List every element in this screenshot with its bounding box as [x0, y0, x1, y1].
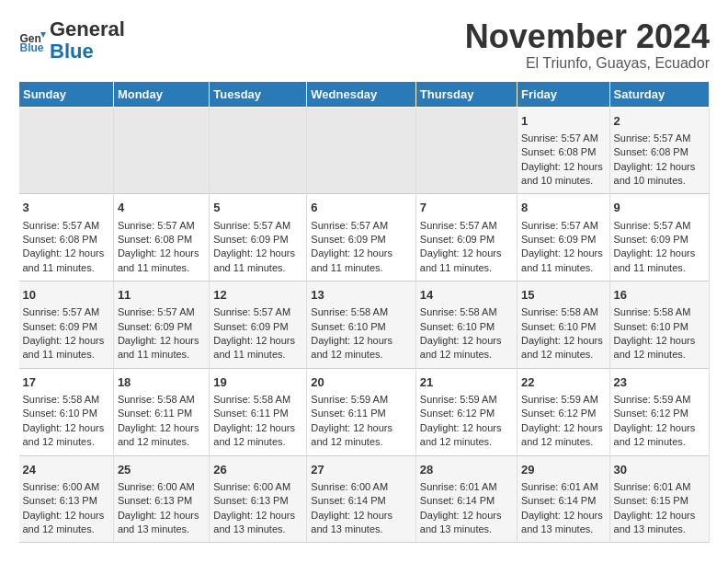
- day-info: Sunrise: 5:57 AMSunset: 6:08 PMDaylight:…: [521, 132, 603, 186]
- day-info: Sunrise: 5:58 AMSunset: 6:10 PMDaylight:…: [521, 306, 603, 360]
- calendar-cell: [415, 107, 517, 194]
- day-number: 19: [213, 374, 302, 391]
- day-number: 30: [614, 462, 705, 478]
- calendar-cell: 16Sunrise: 5:58 AMSunset: 6:10 PMDayligh…: [609, 282, 709, 369]
- calendar-cell: 30Sunrise: 6:01 AMSunset: 6:15 PMDayligh…: [609, 455, 709, 543]
- day-info: Sunrise: 6:00 AMSunset: 6:13 PMDaylight:…: [23, 481, 105, 534]
- day-number: 12: [213, 287, 302, 304]
- day-info: Sunrise: 5:57 AMSunset: 6:09 PMDaylight:…: [614, 220, 696, 273]
- day-info: Sunrise: 5:57 AMSunset: 6:09 PMDaylight:…: [23, 306, 105, 360]
- day-number: 5: [213, 200, 302, 216]
- weekday-header-row: SundayMondayTuesdayWednesdayThursdayFrid…: [19, 81, 710, 107]
- calendar-cell: 6Sunrise: 5:57 AMSunset: 6:09 PMDaylight…: [307, 194, 416, 282]
- day-number: 27: [311, 462, 412, 478]
- calendar-cell: 23Sunrise: 5:59 AMSunset: 6:12 PMDayligh…: [609, 368, 709, 455]
- day-number: 1: [521, 113, 606, 130]
- calendar-week-row: 17Sunrise: 5:58 AMSunset: 6:10 PMDayligh…: [19, 368, 710, 455]
- calendar-cell: 28Sunrise: 6:01 AMSunset: 6:14 PMDayligh…: [415, 455, 517, 543]
- day-info: Sunrise: 6:00 AMSunset: 6:13 PMDaylight:…: [213, 481, 295, 534]
- calendar-cell: 9Sunrise: 5:57 AMSunset: 6:09 PMDaylight…: [609, 194, 709, 282]
- day-info: Sunrise: 5:57 AMSunset: 6:09 PMDaylight:…: [213, 306, 295, 360]
- calendar-week-row: 24Sunrise: 6:00 AMSunset: 6:13 PMDayligh…: [19, 455, 710, 543]
- weekday-header-tuesday: Tuesday: [210, 81, 307, 107]
- weekday-header-sunday: Sunday: [19, 81, 114, 107]
- location-subtitle: El Triunfo, Guayas, Ecuador: [465, 55, 710, 72]
- calendar-cell: 15Sunrise: 5:58 AMSunset: 6:10 PMDayligh…: [518, 282, 610, 369]
- calendar-cell: 18Sunrise: 5:58 AMSunset: 6:11 PMDayligh…: [113, 368, 209, 455]
- day-number: 23: [614, 374, 705, 391]
- day-number: 8: [521, 200, 606, 216]
- day-number: 28: [420, 462, 513, 478]
- day-info: Sunrise: 5:57 AMSunset: 6:09 PMDaylight:…: [118, 306, 199, 360]
- day-number: 17: [23, 374, 109, 391]
- calendar-cell: 2Sunrise: 5:57 AMSunset: 6:08 PMDaylight…: [609, 107, 709, 194]
- logo-icon: Gen Blue: [18, 27, 46, 54]
- calendar-cell: [307, 107, 416, 194]
- day-info: Sunrise: 6:00 AMSunset: 6:14 PMDaylight:…: [311, 481, 392, 534]
- day-number: 25: [118, 462, 205, 478]
- calendar-table: SundayMondayTuesdayWednesdayThursdayFrid…: [18, 81, 710, 544]
- calendar-cell: 8Sunrise: 5:57 AMSunset: 6:09 PMDaylight…: [518, 194, 610, 282]
- month-title: November 2024: [465, 18, 710, 55]
- day-number: 18: [118, 374, 205, 391]
- day-info: Sunrise: 5:59 AMSunset: 6:12 PMDaylight:…: [420, 394, 502, 447]
- calendar-cell: 29Sunrise: 6:01 AMSunset: 6:14 PMDayligh…: [518, 455, 610, 543]
- day-info: Sunrise: 6:00 AMSunset: 6:13 PMDaylight:…: [118, 481, 199, 534]
- day-info: Sunrise: 5:58 AMSunset: 6:10 PMDaylight:…: [311, 306, 392, 360]
- svg-marker-2: [40, 32, 46, 38]
- day-number: 9: [614, 200, 705, 216]
- svg-text:Blue: Blue: [20, 41, 44, 54]
- calendar-week-row: 10Sunrise: 5:57 AMSunset: 6:09 PMDayligh…: [19, 282, 710, 369]
- calendar-cell: 13Sunrise: 5:58 AMSunset: 6:10 PMDayligh…: [307, 282, 416, 369]
- calendar-cell: 24Sunrise: 6:00 AMSunset: 6:13 PMDayligh…: [19, 455, 114, 543]
- calendar-cell: 19Sunrise: 5:58 AMSunset: 6:11 PMDayligh…: [210, 368, 307, 455]
- day-info: Sunrise: 5:57 AMSunset: 6:08 PMDaylight:…: [23, 220, 105, 273]
- calendar-cell: 11Sunrise: 5:57 AMSunset: 6:09 PMDayligh…: [113, 282, 209, 369]
- day-number: 2: [614, 113, 705, 130]
- day-number: 6: [311, 200, 412, 216]
- day-number: 21: [420, 374, 513, 391]
- calendar-cell: 17Sunrise: 5:58 AMSunset: 6:10 PMDayligh…: [19, 368, 114, 455]
- day-number: 24: [23, 462, 109, 478]
- day-info: Sunrise: 6:01 AMSunset: 6:15 PMDaylight:…: [614, 481, 696, 534]
- calendar-cell: 1Sunrise: 5:57 AMSunset: 6:08 PMDaylight…: [518, 107, 610, 194]
- calendar-cell: 7Sunrise: 5:57 AMSunset: 6:09 PMDaylight…: [415, 194, 517, 282]
- day-number: 13: [311, 287, 412, 304]
- weekday-header-wednesday: Wednesday: [307, 81, 416, 107]
- weekday-header-monday: Monday: [113, 81, 209, 107]
- day-number: 10: [23, 287, 109, 304]
- calendar-cell: 10Sunrise: 5:57 AMSunset: 6:09 PMDayligh…: [19, 282, 114, 369]
- day-info: Sunrise: 6:01 AMSunset: 6:14 PMDaylight:…: [420, 481, 502, 534]
- calendar-week-row: 1Sunrise: 5:57 AMSunset: 6:08 PMDaylight…: [19, 107, 710, 194]
- weekday-header-saturday: Saturday: [609, 81, 709, 107]
- calendar-cell: 5Sunrise: 5:57 AMSunset: 6:09 PMDaylight…: [210, 194, 307, 282]
- day-info: Sunrise: 5:57 AMSunset: 6:08 PMDaylight:…: [614, 132, 696, 186]
- calendar-cell: [113, 107, 209, 194]
- calendar-cell: 25Sunrise: 6:00 AMSunset: 6:13 PMDayligh…: [113, 455, 209, 543]
- calendar-cell: 20Sunrise: 5:59 AMSunset: 6:11 PMDayligh…: [307, 368, 416, 455]
- day-number: 3: [23, 200, 109, 216]
- day-info: Sunrise: 5:59 AMSunset: 6:12 PMDaylight:…: [614, 394, 696, 447]
- calendar-cell: 14Sunrise: 5:58 AMSunset: 6:10 PMDayligh…: [415, 282, 517, 369]
- weekday-header-thursday: Thursday: [415, 81, 517, 107]
- calendar-week-row: 3Sunrise: 5:57 AMSunset: 6:08 PMDaylight…: [19, 194, 710, 282]
- day-info: Sunrise: 5:58 AMSunset: 6:11 PMDaylight:…: [213, 394, 295, 447]
- day-info: Sunrise: 5:57 AMSunset: 6:09 PMDaylight:…: [213, 220, 295, 273]
- day-number: 29: [521, 462, 606, 478]
- day-info: Sunrise: 5:58 AMSunset: 6:10 PMDaylight:…: [23, 394, 105, 447]
- day-number: 7: [420, 200, 513, 216]
- calendar-cell: 3Sunrise: 5:57 AMSunset: 6:08 PMDaylight…: [19, 194, 114, 282]
- day-number: 14: [420, 287, 513, 304]
- day-number: 11: [118, 287, 205, 304]
- weekday-header-friday: Friday: [518, 81, 610, 107]
- calendar-cell: 22Sunrise: 5:59 AMSunset: 6:12 PMDayligh…: [518, 368, 610, 455]
- calendar-cell: 27Sunrise: 6:00 AMSunset: 6:14 PMDayligh…: [307, 455, 416, 543]
- day-info: Sunrise: 5:57 AMSunset: 6:09 PMDaylight:…: [311, 220, 392, 273]
- day-number: 16: [614, 287, 705, 304]
- day-info: Sunrise: 5:58 AMSunset: 6:11 PMDaylight:…: [118, 394, 199, 447]
- calendar-cell: 21Sunrise: 5:59 AMSunset: 6:12 PMDayligh…: [415, 368, 517, 455]
- day-info: Sunrise: 5:58 AMSunset: 6:10 PMDaylight:…: [614, 306, 696, 360]
- logo-text: GeneralBlue: [50, 18, 125, 63]
- calendar-cell: [210, 107, 307, 194]
- page-header: Gen Blue GeneralBlue November 2024 El Tr…: [18, 18, 710, 72]
